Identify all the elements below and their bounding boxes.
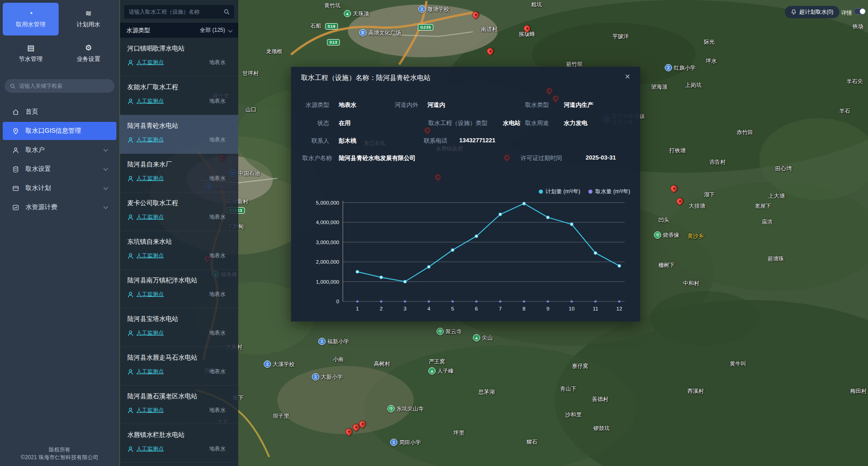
facility-list-item[interactable]: 河口镇唱歌潭水电站 人工监测点 地表水 [120,38,238,76]
module-label: 计划用水 [77,20,100,29]
over-plan-intake-button[interactable]: 超计划取水(0) [785,6,839,18]
facility-list-item[interactable]: 陆河县青砼水电站 人工监测点 地表水 [120,115,238,154]
monitor-type-link[interactable]: 人工监测点 [136,406,164,414]
map-poi-marker[interactable]: 文大新小学 [312,373,343,381]
map-place-label: 严王窝 [429,358,445,366]
facility-list-item[interactable]: 陆河县水唇走马石水电站 人工监测点 地表水 [120,347,238,386]
water-source-type: 地表水 [209,445,232,453]
monitor-type-link[interactable]: 人工监测点 [136,175,164,182]
svg-text:2,000,000: 2,000,000 [316,259,339,265]
field-value: 13432771221 [459,137,496,144]
poi-label: 周田小学 [399,440,421,446]
monitor-type-link[interactable]: 人工监测点 [136,252,164,260]
close-icon[interactable]: × [625,71,630,82]
facility-list-item[interactable]: 友能水厂取水工程 人工监测点 地表水 [120,76,238,115]
module-tile-water-intake[interactable]: ◔ 取用水管理 [3,3,59,35]
facility-search-input[interactable] [129,9,221,15]
monitor-type-link[interactable]: 人工监测点 [136,97,164,105]
monitor-type-link[interactable]: 人工监测点 [136,445,164,453]
poi-label: 红旗小学 [674,65,696,71]
chart-svg: 01,000,0002,000,0003,000,0004,000,0005,0… [303,197,630,317]
sidebar-item-4[interactable]: 取水计划 [3,179,116,197]
map-poi-marker[interactable]: 寺东坑尖山寺 [387,405,424,412]
monitor-type-link[interactable]: 人工监测点 [136,368,164,376]
sidebar-item-label: 取水户 [25,146,45,154]
map-poi-marker[interactable]: 寺聚云寺 [437,328,462,335]
map-place-label: 望海顶 [651,83,667,91]
map-place-label: 吉告村 [709,158,726,166]
map-poi-marker[interactable]: 景高塘文化广场 [359,29,401,36]
map-poi-marker[interactable]: 文大溪学校 [264,361,295,368]
map-place-label: 锣鼓坑 [593,425,610,432]
facility-search[interactable] [124,5,234,19]
module-tile-water-saving[interactable]: ▤ 节水管理 [3,37,59,70]
poi-label: 尖山 [482,335,493,341]
module-tile-planned-water[interactable]: ≋ 计划用水 [60,3,116,35]
facility-name: 友能水厂取水工程 [127,83,232,91]
school-icon: 文 [418,5,426,13]
map-place-label: 高树村 [374,360,390,368]
map-place-label: 庙洪 [762,218,773,226]
map-place-label: 黄牛叫 [730,360,746,368]
module-label: 业务设置 [77,55,100,63]
sidebar-search[interactable] [5,79,115,93]
sidebar-item-3[interactable]: 取水设置 [3,160,116,178]
red-map-pin[interactable] [669,184,678,193]
database-icon [12,166,19,173]
sidebar-item-1[interactable]: 取水口GIS信息管理 [3,122,116,140]
facility-list-item[interactable]: 陆河县宝塔水电站 人工监测点 地表水 [120,308,238,347]
field-label: 联系人 [311,137,329,145]
map-poi-marker[interactable]: 文红旗小学 [665,64,696,71]
detail-toggle-switch[interactable] [854,8,866,15]
monitor-type-link[interactable]: 人工监测点 [136,291,164,298]
sidebar-item-0[interactable]: 首页 [3,103,116,121]
map-poi-marker[interactable]: 寺烧香缘 [654,231,679,239]
filter-dropdown[interactable]: 全部 (125) [200,26,232,34]
map-poi-marker[interactable]: ▲人子峰 [428,367,454,375]
field-label: 取水户名称 [302,154,332,162]
person-icon [127,407,134,414]
map-poi-marker[interactable]: ▲尖山 [473,334,493,341]
monitor-type-link[interactable]: 人工监测点 [136,136,164,144]
app-window: 黄竹坑粗坑石船南进村挨垅蜂芋陂洋际光铁场龙颈根甘坪村嶂仔里山口坪水箭竹坝望海顶上… [0,0,868,466]
person-icon [127,175,134,182]
map-place-label: 赤竹田 [737,129,753,136]
red-map-pin[interactable] [675,196,684,206]
red-map-pin[interactable] [344,427,353,436]
map-poi-marker[interactable]: 文周田小学 [390,439,421,446]
red-map-pin[interactable] [485,46,495,56]
facility-list-item[interactable]: 陆河县自来水厂 人工监测点 地表水 [120,154,238,192]
poi-label: 东坑尖山寺 [396,406,424,412]
poi-label: 福新小学 [327,339,349,345]
map-poi-marker[interactable]: ▲天珠顶 [344,10,369,17]
facility-list-item[interactable]: 东坑镇自来水站 人工监测点 地表水 [120,231,238,270]
map-place-label: 沙和里 [565,411,582,419]
sidebar-search-input[interactable] [19,83,109,89]
map-place-label: 中和村 [683,280,699,287]
facility-list-item[interactable]: 陆河县激石溪老区水电站 人工监测点 地表水 [120,386,238,424]
monitor-type-link[interactable]: 人工监测点 [136,59,164,66]
map-poi-marker[interactable]: 文福新小学 [318,338,349,345]
document-icon: ▤ [27,44,34,52]
person-icon [127,60,134,66]
sidebar: ◔ 取用水管理 ≋ 计划用水 ▤ 节水管理 ⚙ 业务设置 首页取水口GIS [0,0,119,466]
monitor-type-link[interactable]: 人工监测点 [136,213,164,221]
field-value: 陆河县青砼水电发展有限公司 [339,154,416,162]
temple-icon: 寺 [437,328,444,335]
monitor-type-link[interactable]: 人工监测点 [136,329,164,337]
facility-list-item[interactable]: 麦卡公司取水工程 人工监测点 地表水 [120,192,238,231]
map-place-label: 凹头 [658,216,669,224]
module-tile-business-settings[interactable]: ⚙ 业务设置 [60,37,116,70]
map-poi-marker[interactable]: 文墩塘学校 [418,5,449,13]
sidebar-item-5[interactable]: 水资源计费 [3,198,116,216]
field-value: 水电站 [503,119,521,127]
person-icon [127,369,134,375]
field-label: 许可证过期时间 [521,154,562,162]
red-map-pin[interactable] [471,10,480,20]
over-plan-intake-label: 超计划取水(0) [799,8,833,16]
map-place-label: 羊石尖 [847,78,863,85]
facility-list-item[interactable]: 水唇镇水栏肚水电站 人工监测点 地表水 [120,424,238,463]
map-place-label: 坪水 [706,57,717,65]
facility-list-item[interactable]: 陆河县南万镇杞洋水电站 人工监测点 地表水 [120,270,238,308]
sidebar-item-2[interactable]: 取水户 [3,141,116,159]
